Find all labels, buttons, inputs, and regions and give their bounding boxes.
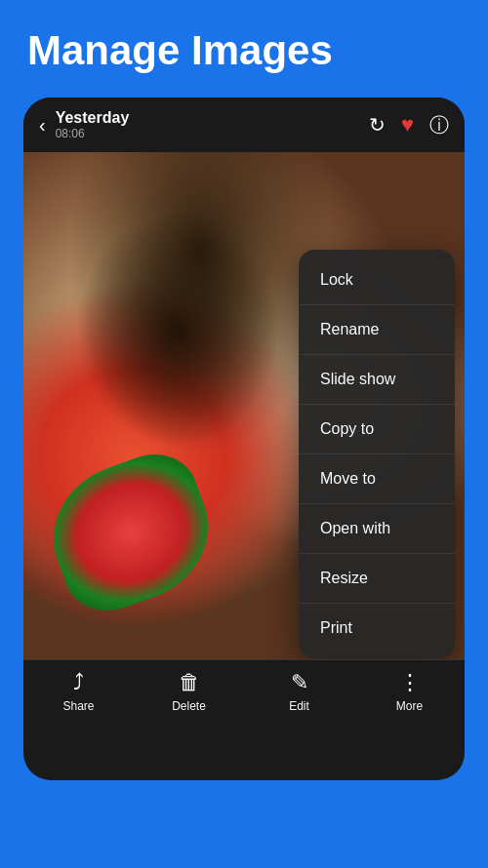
more-label: More [396,699,423,713]
rotate-icon[interactable]: ↻ [369,113,386,137]
menu-item-lock[interactable]: Lock [299,257,455,302]
menu-item-print[interactable]: Print [299,606,455,651]
menu-divider-3 [299,404,455,405]
back-button[interactable]: ‹ [39,114,46,137]
delete-label: Delete [172,699,206,713]
menu-item-copy[interactable]: Copy to [299,407,455,452]
menu-divider-2 [299,354,455,355]
more-button[interactable]: ⋮ More [381,670,439,713]
share-button[interactable]: ⤴ Share [50,670,108,713]
menu-item-slideshow[interactable]: Slide show [299,357,455,402]
more-icon: ⋮ [399,670,421,695]
info-icon[interactable]: ⓘ [429,112,449,138]
menu-divider-7 [299,603,455,604]
delete-button[interactable]: 🗑 Delete [160,670,219,713]
topbar-icons: ↻ ♥ ⓘ [369,112,449,138]
edit-button[interactable]: ✎ Edit [270,670,329,713]
share-label: Share [62,699,94,713]
bottom-blue-strip [0,780,488,809]
header: Manage Images [0,0,488,98]
context-menu: Lock Rename Slide show Copy to Move to O… [299,250,455,658]
menu-item-openwith[interactable]: Open with [299,506,455,551]
menu-divider-5 [299,503,455,504]
photo-view: Lock Rename Slide show Copy to Move to O… [23,152,465,659]
phone-topbar: ‹ Yesterday 08:06 ↻ ♥ ⓘ [23,98,465,152]
edit-label: Edit [289,699,309,713]
share-icon: ⤴ [73,670,84,695]
menu-item-resize[interactable]: Resize [299,556,455,601]
delete-icon: 🗑 [179,670,200,695]
edit-icon: ✎ [291,670,308,695]
menu-item-rename[interactable]: Rename [299,307,455,352]
photo-title: Yesterday [56,109,359,127]
photo-time: 08:06 [56,127,359,140]
menu-divider-6 [299,553,455,554]
page-title: Manage Images [27,27,461,74]
menu-item-move[interactable]: Move to [299,456,455,501]
bottom-toolbar: ⤴ Share 🗑 Delete ✎ Edit ⋮ More [23,659,465,727]
menu-divider-4 [299,454,455,454]
menu-divider [299,304,455,305]
topbar-title: Yesterday 08:06 [56,109,359,140]
favorite-icon[interactable]: ♥ [401,112,414,138]
phone-frame: ‹ Yesterday 08:06 ↻ ♥ ⓘ Lock Rename Slid… [23,98,465,780]
